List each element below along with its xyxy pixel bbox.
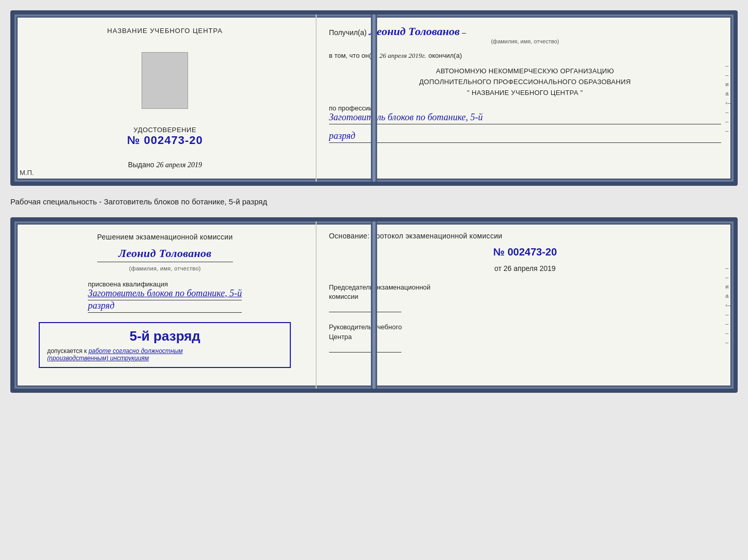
profession-section: по профессии Заготовитель блоков по бота… [329,104,721,124]
decision-section: Решением экзаменационной комиссии Леонид… [97,232,233,273]
cert-number-section: УДОСТОВЕРЕНИЕ № 002473-20 [127,126,203,147]
training-center-title: НАЗВАНИЕ УЧЕБНОГО ЦЕНТРА [107,27,223,35]
rank-section: разряд [329,131,721,143]
qualified-section: присвоена квалификация Заготовитель блок… [88,278,242,313]
top-certificate: НАЗВАНИЕ УЧЕБНОГО ЦЕНТРА УДОСТОВЕРЕНИЕ №… [10,10,738,186]
stamp-box: 5-й разряд допускается к работе согласно… [39,322,291,368]
protocol-number: № 002473-20 [329,246,721,258]
recipient-section: Получил(а) Леонид Толованов – (фамилия, … [329,25,721,44]
top-cert-right: Получил(а) Леонид Толованов – (фамилия, … [317,14,734,182]
photo-placeholder [142,52,188,109]
protocol-date: от 26 апреля 2019 [329,264,721,273]
page-wrapper: НАЗВАНИЕ УЧЕБНОГО ЦЕНТРА УДОСТОВЕРЕНИЕ №… [10,10,738,393]
org-block: АВТОНОМНУЮ НЕКОММЕРЧЕСКУЮ ОРГАНИЗАЦИЮ ДО… [329,66,721,98]
bottom-cert-left: Решением экзаменационной комиссии Леонид… [14,221,317,389]
mp-label: М.П. [20,169,34,177]
bottom-side-marks: – – и а ‹– – – – – [725,265,730,345]
bottom-certificate: Решением экзаменационной комиссии Леонид… [10,217,738,393]
middle-label: Рабочая специальность - Заготовитель бло… [10,194,738,209]
completed-section: в том, что он(а) 26 апреля 2019г. окончи… [329,51,721,60]
issued-section: Выдано 26 апреля 2019 [128,161,202,169]
basis-section: Основание: протокол экзаменационной коми… [329,232,721,240]
chairman-signature-line [329,312,401,312]
bottom-cert-right: Основание: протокол экзаменационной коми… [317,221,734,389]
head-signature-line [329,352,401,353]
card-spine-bottom [371,221,377,389]
head-section: Руководитель учебного Центра [329,323,721,352]
chairman-section: Председатель экзаменационной комиссии [329,283,721,312]
card-spine [371,14,377,182]
top-cert-left: НАЗВАНИЕ УЧЕБНОГО ЦЕНТРА УДОСТОВЕРЕНИЕ №… [14,14,317,182]
side-marks: – – и а ‹– – – – [725,62,730,134]
